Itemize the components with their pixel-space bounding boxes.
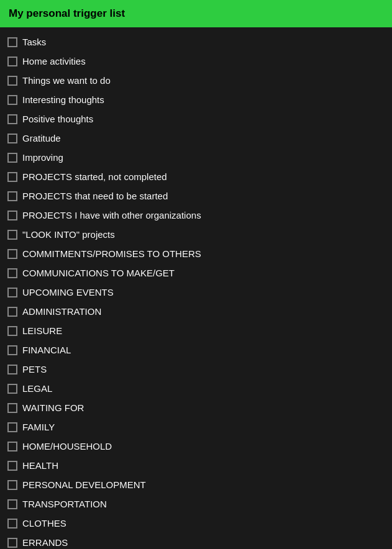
page-header: My personal trigger list [0,0,392,27]
list-item[interactable]: Positive thoughts [0,109,392,129]
label-interesting-thoughts: Interesting thoughts [22,94,104,105]
page-wrapper: My personal trigger list TasksHome activ… [0,0,392,549]
checkbox-interesting-thoughts[interactable] [7,95,17,105]
list-item[interactable]: TRANSPORTATION [0,494,392,514]
list-item[interactable]: HOME/HOUSEHOLD [0,437,392,456]
checkbox-things-we-want[interactable] [7,76,17,86]
label-waiting-for: WAITING FOR [22,402,84,413]
list-item[interactable]: PERSONAL DEVELOPMENT [0,475,392,494]
checkbox-home-activities[interactable] [7,57,17,66]
checkbox-administration[interactable] [7,307,17,317]
list-item[interactable]: Home activities [0,52,392,71]
list-item[interactable]: ERRANDS [0,533,392,549]
label-personal-development: PERSONAL DEVELOPMENT [22,479,146,490]
label-financial: FINANCIAL [22,345,71,355]
checkbox-communications[interactable] [7,268,17,278]
label-pets: PETS [22,364,47,374]
list-item[interactable]: Improving [0,148,392,167]
list-item[interactable]: PETS [0,360,392,379]
checkbox-upcoming-events[interactable] [7,288,17,297]
list-item[interactable]: Things we want to do [0,71,392,90]
list-item[interactable]: Gratitude [0,129,392,148]
list-item[interactable]: FINANCIAL [0,340,392,360]
checkbox-clothes[interactable] [7,519,17,529]
label-projects-need-started: PROJECTS that need to be started [22,191,168,201]
list-item[interactable]: HEALTH [0,456,392,475]
checkbox-financial[interactable] [7,345,17,355]
label-home-household: HOME/HOUSEHOLD [22,441,112,451]
list-item[interactable]: UPCOMING EVENTS [0,283,392,302]
checkbox-waiting-for[interactable] [7,403,17,413]
checkbox-health[interactable] [7,461,17,471]
list-item[interactable]: WAITING FOR [0,398,392,417]
label-things-we-want: Things we want to do [22,75,111,86]
checkbox-projects-need-started[interactable] [7,191,17,201]
label-projects-other-orgs: PROJECTS I have with other organizations [22,210,201,220]
list-item[interactable]: COMMITMENTS/PROMISES TO OTHERS [0,244,392,263]
label-legal: LEGAL [22,383,52,394]
list-item[interactable]: ADMINISTRATION [0,302,392,321]
label-communications: COMMUNICATIONS TO MAKE/GET [22,268,175,278]
label-projects-started: PROJECTS started, not completed [22,171,167,182]
list-item[interactable]: Tasks [0,32,392,52]
trigger-list: TasksHome activitiesThings we want to do… [0,27,392,549]
checkbox-projects-started[interactable] [7,172,17,182]
list-item[interactable]: LEGAL [0,379,392,398]
label-administration: ADMINISTRATION [22,306,101,317]
list-item[interactable]: COMMUNICATIONS TO MAKE/GET [0,263,392,283]
checkbox-errands[interactable] [7,538,17,548]
label-errands: ERRANDS [22,537,68,548]
list-item[interactable]: PROJECTS that need to be started [0,186,392,206]
checkbox-look-into-projects[interactable] [7,230,17,240]
label-improving: Improving [22,152,63,163]
list-item[interactable]: PROJECTS I have with other organizations [0,206,392,225]
checkbox-personal-development[interactable] [7,480,17,490]
list-item[interactable]: PROJECTS started, not completed [0,167,392,186]
list-item[interactable]: Interesting thoughts [0,90,392,109]
checkbox-tasks[interactable] [7,37,17,47]
label-gratitude: Gratitude [22,133,61,143]
checkbox-gratitude[interactable] [7,134,17,143]
label-leisure: LEISURE [22,325,62,336]
label-health: HEALTH [22,460,58,471]
list-item[interactable]: FAMILY [0,417,392,437]
checkbox-pets[interactable] [7,365,17,374]
label-positive-thoughts: Positive thoughts [22,114,93,124]
label-clothes: CLOTHES [22,518,66,529]
list-item[interactable]: LEISURE [0,321,392,340]
label-family: FAMILY [22,422,55,432]
label-transportation: TRANSPORTATION [22,499,107,509]
label-commitments-promises: COMMITMENTS/PROMISES TO OTHERS [22,248,201,259]
checkbox-home-household[interactable] [7,442,17,451]
checkbox-leisure[interactable] [7,326,17,336]
checkbox-commitments-promises[interactable] [7,249,17,259]
page-title: My personal trigger list [9,7,125,19]
label-upcoming-events: UPCOMING EVENTS [22,287,114,297]
list-item[interactable]: CLOTHES [0,514,392,533]
label-look-into-projects: "LOOK INTO" projects [22,229,115,240]
label-tasks: Tasks [22,37,46,47]
checkbox-transportation[interactable] [7,499,17,509]
checkbox-projects-other-orgs[interactable] [7,211,17,220]
checkbox-family[interactable] [7,422,17,432]
checkbox-improving[interactable] [7,153,17,163]
list-item[interactable]: "LOOK INTO" projects [0,225,392,244]
checkbox-legal[interactable] [7,384,17,394]
label-home-activities: Home activities [22,56,86,66]
checkbox-positive-thoughts[interactable] [7,114,17,124]
